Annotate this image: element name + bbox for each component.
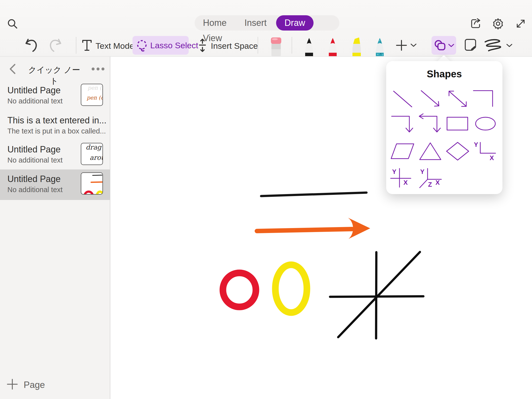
settings-gear-icon[interactable] [492, 18, 504, 30]
shape-parallelogram[interactable] [389, 140, 416, 163]
undo-icon[interactable] [25, 37, 38, 53]
back-chevron-icon[interactable] [9, 64, 16, 74]
tab-home[interactable]: Home [195, 15, 235, 31]
shape-line[interactable] [389, 87, 416, 110]
ink-red-ellipse[interactable] [223, 273, 256, 307]
toolbar-divider [76, 37, 76, 54]
add-page-label: Page [24, 380, 45, 390]
plus-icon [6, 378, 18, 390]
text-mode-label: Text Mode [96, 36, 134, 56]
ink-yellow-ellipse[interactable] [275, 265, 307, 313]
shape-axes-xy[interactable]: Y X [472, 140, 499, 163]
shape-arrow[interactable] [417, 87, 444, 110]
axis-label-y: Y [420, 168, 424, 175]
thumbnail-text: arou [90, 154, 103, 161]
shape-double-arrow[interactable] [444, 87, 471, 110]
insert-space-icon [197, 38, 208, 52]
eraser-tool[interactable] [268, 37, 283, 56]
page-list-item-selected[interactable]: Untitled Page No additional text [0, 169, 110, 200]
tab-draw[interactable]: Draw [276, 15, 314, 31]
page-title: Untitled Page [7, 85, 61, 96]
page-subtitle: No additional text [7, 186, 63, 194]
shape-ellipse[interactable] [472, 113, 499, 136]
axis-label-x: X [435, 179, 440, 186]
shape-diamond[interactable] [444, 140, 471, 163]
onenote-app: Home Insert Draw View [0, 0, 532, 399]
scribble-icon [483, 38, 503, 52]
thumbnail-text: pen (ora [87, 95, 103, 101]
axis-label-x: X [403, 179, 408, 186]
insert-space-button[interactable]: Insert Space [197, 35, 251, 55]
page-list-sidebar: クイック ノート Untitled Page No additional tex… [0, 56, 110, 399]
shapes-tool-button[interactable] [432, 36, 456, 55]
more-options-icon[interactable] [91, 66, 105, 72]
page-title: Untitled Page [7, 144, 61, 155]
page-subtitle: The text is put in a box called... [7, 127, 108, 135]
shapes-popup-title: Shapes [386, 68, 502, 80]
page-list-item[interactable]: Untitled Page No additional text drag ar… [0, 140, 110, 169]
axis-label-y: Y [392, 168, 396, 175]
shape-axes-cross[interactable]: Y X [389, 167, 416, 190]
plus-icon [395, 39, 408, 52]
shape-axes-xyz[interactable]: Y Z X [417, 167, 444, 190]
toolbar-divider [292, 37, 292, 54]
chevron-down-icon [410, 43, 417, 48]
page-subtitle: No additional text [7, 156, 63, 164]
page-thumbnail [81, 172, 103, 195]
ribbon-tab-bar: Home Insert Draw View [195, 15, 339, 31]
shapes-icon [434, 39, 447, 51]
thumbnail-mini-ink [81, 173, 102, 194]
lasso-select-button[interactable]: Lasso Select [133, 36, 189, 55]
text-mode-button[interactable]: Text Mode [81, 35, 126, 55]
teal-pen-tool[interactable] [372, 37, 387, 56]
page-subtitle: No additional text [7, 97, 63, 105]
search-icon[interactable] [7, 18, 18, 30]
thumbnail-text: pen (bl [88, 85, 103, 91]
thumbnail-text: drag [86, 143, 101, 151]
axis-label-x: X [490, 154, 494, 162]
shape-elbow-line[interactable] [471, 87, 498, 110]
ink-axes-sketch[interactable] [330, 252, 423, 338]
shape-triangle[interactable] [417, 140, 444, 163]
tab-insert[interactable]: Insert [236, 15, 275, 31]
lasso-select-label: Lasso Select [150, 35, 198, 55]
shape-elbow-double-arrow[interactable] [417, 113, 444, 136]
lasso-select-icon [136, 39, 148, 52]
page-list-item[interactable]: Untitled Page No additional text pen (bl… [0, 81, 110, 111]
text-mode-icon [81, 39, 93, 52]
page-list-item[interactable]: This is a text entered in... The text is… [0, 111, 110, 140]
ink-to-shape-tool-button[interactable] [483, 37, 515, 54]
fullscreen-icon[interactable] [515, 18, 527, 30]
share-icon[interactable] [470, 18, 482, 30]
add-pen-button[interactable] [394, 35, 421, 55]
ink-orange-arrow-shaft[interactable] [257, 229, 352, 231]
chevron-down-icon [448, 43, 455, 48]
black-pen-tool[interactable] [302, 37, 316, 56]
yellow-highlighter-tool[interactable] [349, 37, 364, 56]
sticky-note-tool-button[interactable] [464, 38, 477, 52]
shape-elbow-arrow[interactable] [389, 113, 416, 136]
page-title: This is a text entered in... [7, 115, 106, 126]
page-thumbnail: pen (bl pen (ora [81, 84, 103, 106]
page-thumbnail: drag arou [81, 143, 103, 165]
redo-icon [48, 37, 62, 53]
shape-rectangle[interactable] [444, 113, 471, 136]
red-pen-tool[interactable] [325, 37, 340, 56]
axis-label-z: Z [428, 181, 432, 188]
ink-black-line[interactable] [261, 193, 366, 196]
insert-space-label: Insert Space [211, 36, 258, 56]
shapes-popup: Shapes Y [386, 61, 502, 194]
add-page-button[interactable]: Page [0, 374, 110, 396]
axis-label-y: Y [474, 141, 478, 148]
page-title: Untitled Page [7, 174, 61, 184]
top-toolbar-area: Home Insert Draw View [0, 0, 532, 57]
toolbar-divider [258, 37, 258, 54]
chevron-down-icon [506, 43, 513, 48]
